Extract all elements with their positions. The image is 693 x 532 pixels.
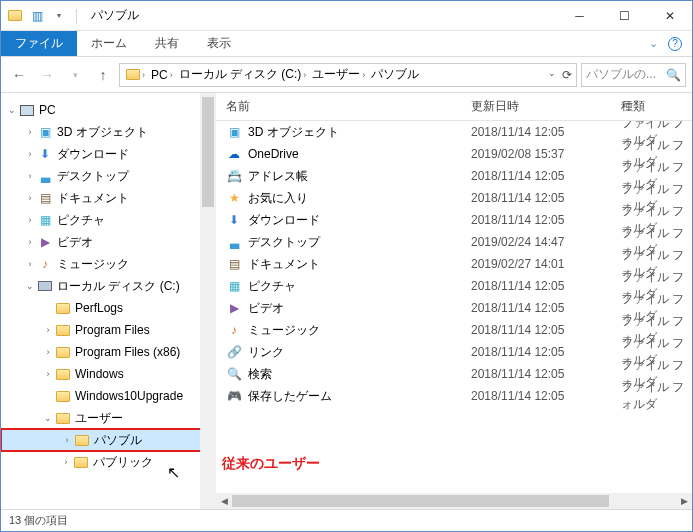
drive-icon [37, 278, 53, 294]
file-name: デスクトップ [248, 234, 471, 251]
crumb-current[interactable]: パソブル [371, 66, 419, 83]
close-button[interactable]: ✕ [647, 1, 692, 31]
tree-item[interactable]: ›パソブル [1, 429, 216, 451]
file-date: 2018/11/14 12:05 [471, 323, 621, 337]
file-type: ファイル フォルダ [621, 379, 692, 413]
tab-home[interactable]: ホーム [77, 31, 141, 56]
tree-item[interactable]: ›▤ドキュメント [1, 187, 216, 209]
tab-view[interactable]: 表示 [193, 31, 245, 56]
expand-icon[interactable]: › [23, 259, 37, 269]
scroll-right-icon[interactable]: ▶ [676, 493, 692, 509]
tree-scrollbar[interactable] [200, 93, 216, 509]
tree-item[interactable]: ›⬇ダウンロード [1, 143, 216, 165]
tree-item[interactable]: ›▃デスクトップ [1, 165, 216, 187]
tab-file[interactable]: ファイル [1, 31, 77, 56]
help-icon[interactable]: ? [668, 37, 682, 51]
pc-icon [19, 102, 35, 118]
tree-label: デスクトップ [57, 168, 129, 185]
tree-item[interactable]: ⌄ユーザー [1, 407, 216, 429]
up-button[interactable]: ↑ [91, 63, 115, 87]
col-name[interactable]: 名前 [216, 98, 471, 115]
file-name: ビデオ [248, 300, 471, 317]
col-date[interactable]: 更新日時 [471, 98, 621, 115]
tree-item[interactable]: ›Program Files [1, 319, 216, 341]
file-date: 2018/11/14 12:05 [471, 301, 621, 315]
back-button[interactable]: ← [7, 63, 31, 87]
recent-dropdown[interactable]: ▾ [63, 63, 87, 87]
file-date: 2019/02/08 15:37 [471, 147, 621, 161]
file-date: 2018/11/14 12:05 [471, 169, 621, 183]
expand-icon[interactable]: › [23, 127, 37, 137]
refresh-icon[interactable]: ⟳ [562, 68, 572, 82]
expand-icon[interactable]: › [23, 215, 37, 225]
search-input[interactable]: パソブルの... 🔍 [581, 63, 686, 87]
vid-icon: ▶ [226, 300, 242, 316]
expand-icon[interactable]: ⌄ [41, 413, 55, 423]
folder-icon [55, 322, 71, 338]
desk-icon: ▃ [37, 168, 53, 184]
expand-icon[interactable]: ⌄ [23, 281, 37, 291]
window-title: パソブル [87, 7, 558, 24]
file-name: ピクチャ [248, 278, 471, 295]
qat-properties-icon[interactable]: ▥ [29, 8, 45, 24]
maximize-button[interactable]: ☐ [602, 1, 647, 31]
navbar: ← → ▾ ↑ › PC › ローカル ディスク (C:) › ユーザー › パ… [1, 57, 692, 93]
tree-label: Windows10Upgrade [75, 389, 183, 403]
dl-icon: ⬇ [226, 212, 242, 228]
folder-icon [7, 8, 23, 24]
tree-item[interactable]: ›Program Files (x86) [1, 341, 216, 363]
tree-item[interactable]: ›Windows [1, 363, 216, 385]
tree-item[interactable]: ›パブリック [1, 451, 216, 473]
address-dropdown-icon[interactable]: ⌄ [548, 68, 556, 82]
expand-icon[interactable]: › [41, 369, 55, 379]
horizontal-scrollbar[interactable]: ◀ ▶ [216, 493, 692, 509]
file-name: 検索 [248, 366, 471, 383]
expand-icon[interactable]: ⌄ [5, 105, 19, 115]
expand-icon[interactable]: › [23, 149, 37, 159]
tree-item[interactable]: Windows10Upgrade [1, 385, 216, 407]
expand-icon[interactable]: › [23, 193, 37, 203]
tree-label: ローカル ディスク (C:) [57, 278, 180, 295]
crumb-drive[interactable]: ローカル ディスク (C:) [179, 66, 302, 83]
column-headers[interactable]: 名前 更新日時 種類 [216, 93, 692, 121]
search-icon: 🔍 [226, 366, 242, 382]
tree-item[interactable]: ›♪ミュージック [1, 253, 216, 275]
file-list: 名前 更新日時 種類 ▣3D オブジェクト2018/11/14 12:05ファイ… [216, 93, 692, 509]
expand-icon[interactable]: › [41, 347, 55, 357]
ribbon-expand-icon[interactable]: ⌄ [649, 37, 658, 50]
tree-item[interactable]: ›▶ビデオ [1, 231, 216, 253]
file-row[interactable]: 🎮保存したゲーム2018/11/14 12:05ファイル フォルダ [216, 385, 692, 407]
minimize-button[interactable]: ─ [557, 1, 602, 31]
expand-icon[interactable]: › [60, 435, 74, 445]
expand-icon[interactable]: › [23, 237, 37, 247]
pic-icon: ▦ [226, 278, 242, 294]
game-icon: 🎮 [226, 388, 242, 404]
qat-dropdown-icon[interactable]: ▾ [51, 8, 67, 24]
folder-icon [55, 410, 71, 426]
file-name: 保存したゲーム [248, 388, 471, 405]
tree-item[interactable]: ›▦ピクチャ [1, 209, 216, 231]
tree-item[interactable]: ⌄PC [1, 99, 216, 121]
col-type[interactable]: 種類 [621, 98, 692, 115]
crumb-pc[interactable]: PC [151, 68, 168, 82]
mus-icon: ♪ [226, 322, 242, 338]
tree-item[interactable]: PerfLogs [1, 297, 216, 319]
tree-label: Program Files [75, 323, 150, 337]
expand-icon[interactable]: › [41, 325, 55, 335]
address-bar[interactable]: › PC › ローカル ディスク (C:) › ユーザー › パソブル ⌄ ⟳ [119, 63, 577, 87]
expand-icon[interactable]: › [59, 457, 73, 467]
tab-share[interactable]: 共有 [141, 31, 193, 56]
expand-icon[interactable]: › [23, 171, 37, 181]
addr-icon: 📇 [226, 168, 242, 184]
fav-icon: ★ [226, 190, 242, 206]
folder-icon [126, 69, 140, 80]
crumb-users[interactable]: ユーザー [312, 66, 360, 83]
tree-item[interactable]: ⌄ローカル ディスク (C:) [1, 275, 216, 297]
tree-item[interactable]: ›▣3D オブジェクト [1, 121, 216, 143]
forward-button[interactable]: → [35, 63, 59, 87]
status-bar: 13 個の項目 [1, 509, 692, 531]
folder-icon [55, 388, 71, 404]
tree-label: ドキュメント [57, 190, 129, 207]
desk-icon: ▃ [226, 234, 242, 250]
scroll-left-icon[interactable]: ◀ [216, 493, 232, 509]
